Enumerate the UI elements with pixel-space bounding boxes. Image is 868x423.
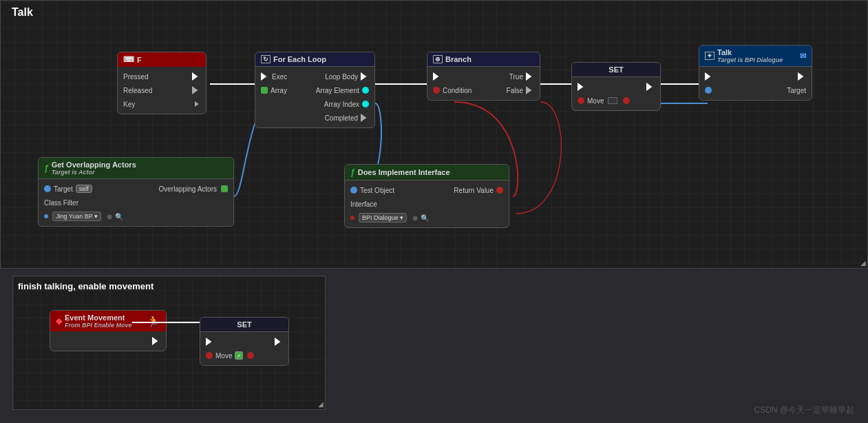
released-pin[interactable] bbox=[192, 86, 200, 94]
true-pin[interactable] bbox=[526, 72, 534, 81]
set-bottom-move-pin-in[interactable] bbox=[206, 352, 213, 359]
branch-body: True Condition False bbox=[427, 67, 540, 100]
interface-header: ƒ Does Implement Interface bbox=[345, 165, 509, 180]
completed-label: Completed bbox=[325, 114, 358, 122]
loopbody-pin[interactable] bbox=[361, 72, 369, 81]
talk-subtitle: Target is BPI Dialogue bbox=[717, 56, 783, 63]
foreach-arrayindex-row: Array Index bbox=[255, 97, 374, 111]
interface-val-pin[interactable] bbox=[350, 216, 354, 220]
talk-target-label: Target bbox=[787, 87, 806, 94]
talk-header: ✦ Talk Target is BPI Dialogue ✉ bbox=[699, 45, 812, 67]
false-label: False bbox=[507, 87, 523, 94]
interface-label: Interface bbox=[350, 200, 377, 208]
classfilter-pin[interactable] bbox=[44, 214, 48, 218]
true-label: True bbox=[509, 73, 523, 81]
move-checkbox[interactable]: ✓ bbox=[235, 351, 243, 360]
released-label: Released bbox=[123, 87, 152, 94]
foreach-title: For Each Loop bbox=[273, 55, 326, 63]
interface-interface-row: Interface bbox=[345, 197, 509, 211]
overlap-classfilter-row: Class Filter bbox=[39, 196, 233, 209]
pressed-label: Pressed bbox=[123, 73, 149, 81]
talk-exec-out[interactable] bbox=[798, 72, 806, 81]
interface-dropdown[interactable]: BPI Dialogue ▾ bbox=[359, 213, 407, 223]
testobj-label: Test Object bbox=[360, 187, 394, 194]
false-pin[interactable] bbox=[526, 86, 534, 94]
overlap-node: ƒ Get Overlapping Actors Target is Actor… bbox=[38, 157, 234, 227]
event-movement-title: Event Movement bbox=[65, 313, 132, 322]
set-title: SET bbox=[608, 65, 623, 74]
interface-dropdown-arrow: ▾ bbox=[400, 214, 403, 221]
completed-pin[interactable] bbox=[361, 114, 369, 122]
foreach-exec-in[interactable] bbox=[261, 72, 269, 81]
event-movement-subtitle: From BPI Enable Move bbox=[65, 322, 132, 329]
testobj-pin-in[interactable] bbox=[350, 187, 357, 194]
set-exec-in[interactable] bbox=[578, 83, 586, 91]
talk-node: ✦ Talk Target is BPI Dialogue ✉ Target bbox=[699, 45, 812, 101]
overlap-title: Get Overlapping Actors bbox=[52, 161, 136, 169]
overlap-target-pin[interactable] bbox=[44, 185, 51, 192]
bottom-canvas-title: finish talking, enable movement bbox=[18, 281, 154, 291]
foreach-node: ↻ For Each Loop Exec Loop Body Array Arr… bbox=[255, 52, 375, 128]
key-label: Key bbox=[123, 101, 135, 108]
f-node-title: F bbox=[137, 56, 142, 64]
interface-icon2: 🔍 bbox=[421, 214, 429, 222]
set-header: SET bbox=[572, 63, 660, 77]
overlap-target-label: Target bbox=[54, 185, 73, 193]
condition-pin-in[interactable] bbox=[433, 87, 440, 94]
overlapping-actors-pin[interactable] bbox=[221, 185, 228, 192]
event-movement-text: Event Movement From BPI Enable Move bbox=[65, 313, 132, 329]
arrayelement-label: Array Element bbox=[316, 87, 359, 94]
returnval-label: Return Value bbox=[454, 187, 494, 194]
set-exec-out[interactable] bbox=[646, 83, 655, 91]
set-bottom-body: Move ✓ bbox=[200, 332, 288, 365]
overlap-header: ƒ Get Overlapping Actors Target is Actor bbox=[39, 158, 233, 179]
foreach-completed-row: Completed bbox=[255, 111, 374, 125]
array-pin-in[interactable] bbox=[261, 87, 268, 94]
arrayelement-pin[interactable] bbox=[362, 87, 369, 94]
set-move-pin-in[interactable] bbox=[578, 97, 584, 104]
set-bottom-node: SET Move ✓ bbox=[200, 317, 289, 366]
set-node: SET Move bbox=[571, 62, 661, 111]
pressed-pin[interactable] bbox=[192, 72, 200, 81]
foreach-header: ↻ For Each Loop bbox=[255, 52, 374, 67]
event-icon: ◆ bbox=[56, 316, 62, 326]
set-bottom-move-pin-out[interactable] bbox=[247, 352, 254, 359]
key-pin[interactable] bbox=[195, 101, 200, 107]
branch-icon: ⊕ bbox=[433, 55, 443, 63]
returnval-pin[interactable] bbox=[496, 187, 503, 194]
set-move-value bbox=[608, 97, 617, 104]
classfilter-dropdown[interactable]: Jing Yuan BP ▾ bbox=[52, 212, 101, 221]
dropdown-arrow: ▾ bbox=[94, 213, 98, 220]
resize-handle[interactable]: ◢ bbox=[860, 259, 866, 267]
event-movement-exec-out[interactable] bbox=[152, 337, 160, 345]
f-node-body: Pressed Released Key bbox=[118, 67, 206, 114]
overlap-icon2: 🔍 bbox=[115, 213, 123, 220]
f-node: ⌨ F Pressed Released Key bbox=[117, 52, 207, 114]
main-canvas: Talk ◢ bbox=[0, 0, 868, 269]
set-move-pin-out[interactable] bbox=[623, 97, 630, 104]
bottom-resize-handle[interactable]: ◢ bbox=[318, 400, 324, 408]
set-bottom-exec-in[interactable] bbox=[206, 338, 214, 346]
condition-label: Condition bbox=[443, 87, 472, 94]
overlap-target-row: Target self Overlapping Actors bbox=[39, 182, 233, 196]
foreach-array-row: Array Array Element bbox=[255, 83, 374, 97]
interface-value: BPI Dialogue bbox=[362, 214, 399, 221]
set-bottom-title: SET bbox=[237, 320, 251, 329]
set-exec-row bbox=[572, 80, 660, 94]
mail-icon: ✉ bbox=[800, 52, 806, 61]
set-move-row: Move bbox=[572, 94, 660, 107]
interface-body: Test Object Return Value Interface BPI D… bbox=[345, 180, 509, 227]
event-movement-header: ◆ Event Movement From BPI Enable Move 🏃 bbox=[50, 311, 166, 331]
classfilter-label: Class Filter bbox=[44, 199, 78, 207]
branch-header: ⊕ Branch bbox=[427, 52, 540, 67]
set-bottom-exec-out[interactable] bbox=[275, 338, 283, 346]
talk-title: Talk bbox=[717, 48, 783, 56]
talk-target-row: Target bbox=[699, 83, 812, 97]
branch-exec-in[interactable] bbox=[433, 72, 441, 81]
talk-target-pin-in[interactable] bbox=[705, 87, 712, 94]
event-movement-body bbox=[50, 331, 166, 351]
talk-exec-in[interactable] bbox=[705, 72, 713, 81]
f-node-pressed-row: Pressed bbox=[118, 70, 206, 83]
f-node-key-row: Key bbox=[118, 97, 206, 111]
arrayindex-pin[interactable] bbox=[362, 101, 369, 107]
